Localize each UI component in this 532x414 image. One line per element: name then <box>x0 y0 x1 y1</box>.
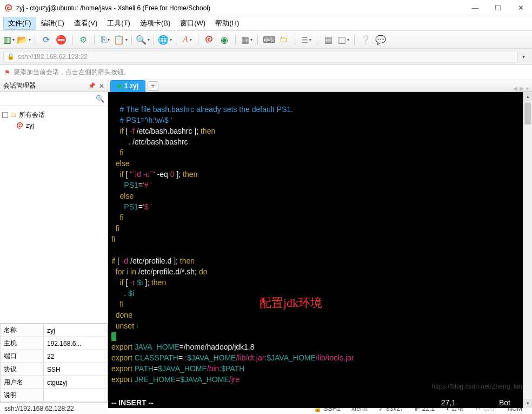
tab-status-dot <box>117 84 121 88</box>
session-tree: - 🗀 所有会话 zyj <box>0 106 108 323</box>
address-bar: 🔒 ssh://192.168.62.128:22 ▾ <box>0 49 532 65</box>
session-manager-header: 会话管理器 📌 ✕ <box>0 80 108 92</box>
reconnect-icon[interactable]: ⟳ <box>41 34 51 45</box>
scroll-thumb[interactable] <box>524 103 531 124</box>
menu-edit[interactable]: 编辑(E) <box>36 17 69 30</box>
vim-mode: -- INSERT -- <box>111 398 154 408</box>
status-address: ssh://192.168.62.128:22 <box>4 405 74 412</box>
content-area: 1 zyj + ◀ ▶ ▾ # The file bash.bashrc alr… <box>108 80 532 402</box>
hint-bar: ⚑ 要添加当前会话，点击左侧的箭头按钮。 <box>0 65 532 80</box>
tree-root-label: 所有会话 <box>19 110 45 120</box>
lock-icon: 🔒 <box>7 53 15 60</box>
tab-prev-icon[interactable]: ◀ <box>513 86 517 91</box>
prop-val: zyj <box>44 324 108 337</box>
font-icon[interactable]: A <box>182 34 192 45</box>
prop-row: 名称zyj <box>1 324 108 337</box>
prop-val: 192.168.6... <box>44 337 108 350</box>
shell-icon[interactable] <box>204 34 215 45</box>
tab-bar: 1 zyj + ◀ ▶ ▾ <box>108 80 532 92</box>
maximize-button[interactable]: ☐ <box>491 4 505 12</box>
globe-icon[interactable]: 🌐 <box>159 34 170 45</box>
paste-icon[interactable]: 📋 <box>115 34 126 45</box>
address-dropdown-icon[interactable]: ▾ <box>518 54 529 60</box>
properties-icon[interactable]: ⚙ <box>78 34 89 45</box>
search-icon[interactable]: 🔍 <box>96 95 104 103</box>
disconnect-icon[interactable]: ⛔ <box>56 34 66 45</box>
app-icon <box>4 4 13 12</box>
session-properties: 名称zyj 主机192.168.6... 端口22 协议SSH 用户名ctguz… <box>0 323 108 402</box>
close-button[interactable]: ✕ <box>514 4 528 12</box>
prop-key: 主机 <box>1 337 44 350</box>
session-icon <box>16 122 24 129</box>
keyboard-icon[interactable]: ⌨ <box>263 34 274 45</box>
new-session-icon[interactable]: ▥ <box>3 34 14 45</box>
hint-text: 要添加当前会话，点击左侧的箭头按钮。 <box>14 68 130 77</box>
annotation-overlay: 配置jdk环境 <box>260 298 322 308</box>
session-manager-title: 会话管理器 <box>3 81 36 90</box>
menu-tabs[interactable]: 选项卡(B) <box>135 17 175 30</box>
prop-row: 用户名ctguzyj <box>1 376 108 389</box>
open-icon[interactable]: 📂 <box>18 34 29 45</box>
window-title: zyj - ctguzyj@ubuntu: /home/java - Xshel… <box>16 4 468 12</box>
tab-label: 1 zyj <box>124 82 138 90</box>
prop-row: 主机192.168.6... <box>1 337 108 350</box>
feedback-icon[interactable]: 💬 <box>375 34 386 45</box>
vim-scroll: Bot <box>499 398 510 408</box>
xftp-icon[interactable]: ◉ <box>219 34 230 45</box>
prop-val: ctguzyj <box>44 376 108 389</box>
tree-collapse-icon[interactable]: - <box>2 112 8 118</box>
tab-next-icon[interactable]: ▶ <box>520 86 524 91</box>
minimize-button[interactable]: — <box>468 4 482 12</box>
tree-root[interactable]: - 🗀 所有会话 <box>2 109 105 120</box>
menu-tools[interactable]: 工具(T) <box>102 17 135 30</box>
menu-bar: 文件(F) 编辑(E) 查看(V) 工具(T) 选项卡(B) 窗口(W) 帮助(… <box>0 16 532 30</box>
terminal[interactable]: # The file bash.bashrc already sets the … <box>108 92 523 408</box>
cursor <box>111 332 116 341</box>
session-search: 🔍 <box>0 92 108 106</box>
copy-icon[interactable]: ⎘ <box>100 34 111 45</box>
folder-icon: 🗀 <box>10 111 17 119</box>
session-manager-panel: 会话管理器 📌 ✕ 🔍 - 🗀 所有会话 zyj 名称zyj 主机192.168… <box>0 80 108 402</box>
tab-menu-icon[interactable]: ▾ <box>526 86 529 91</box>
menu-file[interactable]: 文件(F) <box>3 17 36 30</box>
menu-help[interactable]: 帮助(H) <box>210 17 244 30</box>
pin-icon[interactable]: 📌 <box>88 82 96 89</box>
prop-row: 说明 <box>1 389 108 402</box>
help-icon[interactable]: ❔ <box>360 34 371 45</box>
prop-key: 用户名 <box>1 376 44 389</box>
vim-status-line: -- INSERT --27,1Bot <box>108 398 514 408</box>
flag-icon: ⚑ <box>4 69 10 76</box>
folder2-icon[interactable]: 🗀 <box>278 34 289 45</box>
toolbar: ▥ 📂 ⟳ ⛔ ⚙ ⎘ 📋 🔍 🌐 A ◉ ▦ ⌨ 🗀 ≣ ▤ ◫ ❔ 💬 <box>0 30 532 49</box>
prop-row: 协议SSH <box>1 363 108 376</box>
prop-key: 端口 <box>1 350 44 363</box>
address-input[interactable]: 🔒 ssh://192.168.62.128:22 <box>3 51 518 63</box>
panel-close-icon[interactable]: ✕ <box>99 82 104 90</box>
menu-window[interactable]: 窗口(W) <box>175 17 210 30</box>
prop-val: SSH <box>44 363 108 376</box>
script-icon[interactable]: ≣ <box>301 34 311 45</box>
tile-icon[interactable]: ◫ <box>338 34 349 45</box>
prop-key: 名称 <box>1 324 44 337</box>
menu-view[interactable]: 查看(V) <box>69 17 102 30</box>
grid-icon[interactable]: ▤ <box>323 34 334 45</box>
tab-zyj[interactable]: 1 zyj <box>110 80 145 92</box>
window-titlebar: zyj - ctguzyj@ubuntu: /home/java - Xshel… <box>0 0 532 16</box>
prop-val <box>44 389 108 402</box>
layout-icon[interactable]: ▦ <box>241 34 252 45</box>
tab-add-button[interactable]: + <box>148 81 158 91</box>
scroll-down-icon[interactable]: ▾ <box>523 399 532 408</box>
prop-row: 端口22 <box>1 350 108 363</box>
session-search-input[interactable] <box>3 95 96 103</box>
vertical-scrollbar[interactable]: ▴ ▾ <box>523 92 532 408</box>
tree-session-label: zyj <box>26 122 34 129</box>
address-text: ssh://192.168.62.128:22 <box>18 53 88 61</box>
vim-position: 27,1 <box>441 398 456 408</box>
tree-session-zyj[interactable]: zyj <box>16 120 105 131</box>
scroll-up-icon[interactable]: ▴ <box>523 92 532 101</box>
find-icon[interactable]: 🔍 <box>137 34 148 45</box>
prop-key: 说明 <box>1 389 44 402</box>
prop-val: 22 <box>44 350 108 363</box>
prop-key: 协议 <box>1 363 44 376</box>
